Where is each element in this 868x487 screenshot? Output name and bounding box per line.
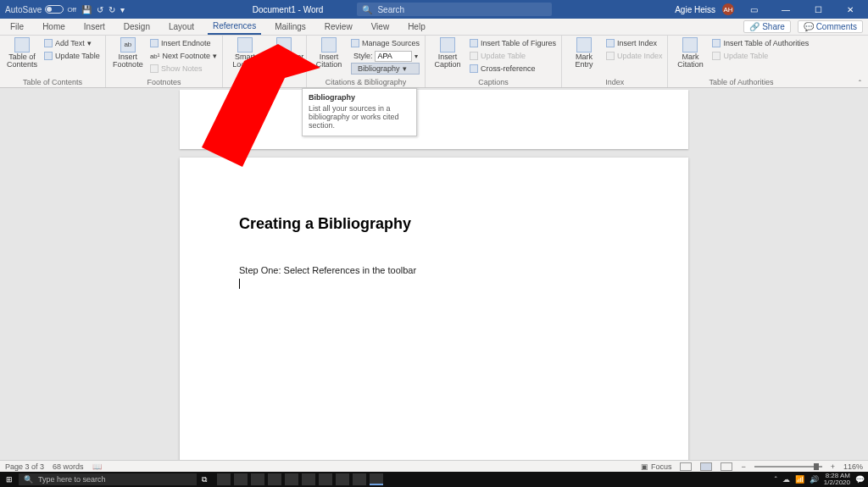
insert-caption-button[interactable]: Insert Caption bbox=[431, 37, 465, 69]
index-icon bbox=[606, 39, 615, 47]
ribbon: Table of Contents Add Text ▾ Update Tabl… bbox=[0, 36, 868, 88]
update-toc-button[interactable]: Update Table bbox=[44, 50, 100, 62]
zoom-slider[interactable] bbox=[754, 466, 822, 468]
add-text-button[interactable]: Add Text ▾ bbox=[44, 37, 100, 49]
refresh-icon bbox=[44, 52, 53, 60]
insert-authorities-button[interactable]: Insert Table of Authorities bbox=[712, 37, 809, 49]
update-index-button: Update Index bbox=[606, 50, 663, 62]
document-canvas[interactable]: Creating a Bibliography Step One: Select… bbox=[0, 88, 868, 462]
zoom-out-icon[interactable]: − bbox=[741, 462, 745, 471]
tell-me-search[interactable]: 🔍 Search bbox=[357, 3, 552, 16]
insert-footnote-button[interactable]: abInsert Footnote bbox=[111, 37, 145, 69]
focus-mode-button[interactable]: ▣ Focus bbox=[641, 462, 671, 471]
insert-index-button[interactable]: Insert Index bbox=[606, 37, 663, 49]
task-view-icon[interactable]: ⧉ bbox=[202, 475, 207, 484]
endnote-icon bbox=[150, 39, 159, 47]
user-name[interactable]: Agie Heiss bbox=[675, 5, 715, 14]
app-amazon-icon[interactable] bbox=[268, 473, 281, 485]
style-label: Style: bbox=[353, 52, 373, 60]
tab-insert[interactable]: Insert bbox=[79, 19, 110, 34]
group-label: Table of Authorities bbox=[673, 77, 809, 87]
spellcheck-icon[interactable]: 📖 bbox=[92, 462, 102, 471]
dropdown-icon[interactable]: ▾ bbox=[415, 53, 418, 60]
refresh-icon bbox=[470, 52, 478, 60]
ab-icon: ab bbox=[120, 37, 136, 53]
app-spotify-icon[interactable] bbox=[319, 473, 332, 485]
tooltip-title: Bibliography bbox=[309, 93, 410, 102]
autosave-switch-icon[interactable] bbox=[45, 5, 64, 14]
tab-references[interactable]: References bbox=[208, 19, 261, 35]
tab-view[interactable]: View bbox=[366, 19, 395, 34]
tab-design[interactable]: Design bbox=[119, 19, 155, 34]
app-firefox-icon[interactable] bbox=[234, 473, 248, 485]
app-explorer-icon[interactable] bbox=[251, 473, 264, 485]
redo-icon[interactable]: ↻ bbox=[108, 5, 115, 14]
tray-volume-icon[interactable]: 🔊 bbox=[810, 475, 819, 484]
tab-file[interactable]: File bbox=[5, 19, 29, 34]
text-cursor bbox=[239, 279, 240, 289]
tray-cloud-icon[interactable]: ☁ bbox=[782, 475, 790, 484]
tab-layout[interactable]: Layout bbox=[164, 19, 199, 34]
minimize-icon[interactable]: — bbox=[773, 5, 798, 14]
zoom-in-icon[interactable]: + bbox=[831, 462, 835, 471]
app-chrome-icon[interactable] bbox=[353, 473, 366, 485]
app-outlook-icon[interactable] bbox=[336, 473, 349, 485]
title-bar: AutoSave Off 💾 ↺ ↻ ▾ Document1 - Word 🔍 … bbox=[0, 0, 868, 19]
doc-icon bbox=[44, 39, 53, 47]
tray-wifi-icon[interactable]: 📶 bbox=[795, 475, 804, 484]
qat-more-icon[interactable]: ▾ bbox=[120, 5, 125, 14]
app-store-icon[interactable] bbox=[285, 473, 298, 485]
search-placeholder: Search bbox=[377, 5, 404, 14]
group-label: Captions bbox=[431, 77, 556, 87]
taskbar-apps bbox=[217, 473, 383, 485]
notifications-icon[interactable]: 💬 bbox=[855, 475, 865, 484]
word-count[interactable]: 68 words bbox=[53, 462, 84, 471]
table-of-contents-button[interactable]: Table of Contents bbox=[5, 37, 39, 69]
mark-entry-button[interactable]: Mark Entry bbox=[567, 37, 601, 69]
style-input[interactable] bbox=[375, 51, 412, 62]
print-layout-icon[interactable] bbox=[700, 462, 712, 471]
page-indicator[interactable]: Page 3 of 3 bbox=[5, 462, 44, 471]
tab-help[interactable]: Help bbox=[403, 19, 431, 34]
ab-small-icon: ab¹ bbox=[150, 53, 160, 60]
web-layout-icon[interactable] bbox=[721, 462, 732, 471]
start-button[interactable]: ⊞ bbox=[0, 475, 19, 484]
group-citations: Insert Citation Manage Sources Style:▾ B… bbox=[307, 36, 426, 87]
tab-review[interactable]: Review bbox=[320, 19, 358, 34]
mark-citation-button[interactable]: Mark Citation bbox=[673, 37, 707, 69]
manage-sources-button[interactable]: Manage Sources bbox=[351, 37, 420, 49]
collapse-ribbon-icon[interactable]: ˆ bbox=[852, 36, 868, 87]
mark-entry-icon bbox=[576, 37, 592, 53]
update-figures-button: Update Table bbox=[470, 50, 556, 62]
authorities-icon bbox=[712, 39, 721, 47]
windows-taskbar: ⊞ 🔍Type here to search ⧉ ˆ ☁ 📶 🔊 8:28 AM… bbox=[0, 472, 868, 487]
app-edge-icon[interactable] bbox=[217, 473, 231, 485]
citation-style-select[interactable]: Style:▾ bbox=[351, 50, 420, 62]
app-word-icon[interactable] bbox=[370, 473, 383, 485]
comments-button[interactable]: 💬 Comments bbox=[798, 20, 863, 33]
group-toc: Table of Contents Add Text ▾ Update Tabl… bbox=[0, 36, 106, 87]
autosave-toggle[interactable]: AutoSave Off bbox=[5, 5, 76, 14]
bibliography-button[interactable]: Bibliography ▾ bbox=[351, 63, 420, 75]
close-icon[interactable]: ✕ bbox=[837, 5, 863, 14]
insert-table-figures-button[interactable]: Insert Table of Figures bbox=[470, 37, 556, 49]
share-button[interactable]: 🔗 Share bbox=[743, 20, 790, 33]
save-icon[interactable]: 💾 bbox=[81, 5, 92, 14]
tab-mailings[interactable]: Mailings bbox=[270, 19, 311, 34]
taskbar-search-placeholder: Type here to search bbox=[38, 475, 106, 484]
taskbar-search[interactable]: 🔍Type here to search bbox=[19, 473, 197, 485]
ribbon-display-icon[interactable]: ▭ bbox=[741, 5, 766, 14]
system-clock[interactable]: 8:28 AM1/2/2020 bbox=[824, 473, 850, 486]
app-dropbox-icon[interactable] bbox=[302, 473, 315, 485]
tab-home[interactable]: Home bbox=[37, 19, 70, 34]
read-mode-icon[interactable] bbox=[680, 462, 692, 471]
figures-icon bbox=[470, 39, 478, 47]
zoom-level[interactable]: 116% bbox=[843, 462, 863, 471]
tray-chevron-icon[interactable]: ˆ bbox=[775, 475, 777, 484]
document-page[interactable]: Creating a Bibliography Step One: Select… bbox=[180, 158, 688, 462]
undo-icon[interactable]: ↺ bbox=[97, 5, 103, 14]
maximize-icon[interactable]: ☐ bbox=[805, 5, 831, 14]
cross-reference-button[interactable]: Cross-reference bbox=[470, 63, 556, 75]
user-avatar[interactable]: AH bbox=[722, 3, 734, 15]
update-authorities-button: Update Table bbox=[712, 50, 809, 62]
